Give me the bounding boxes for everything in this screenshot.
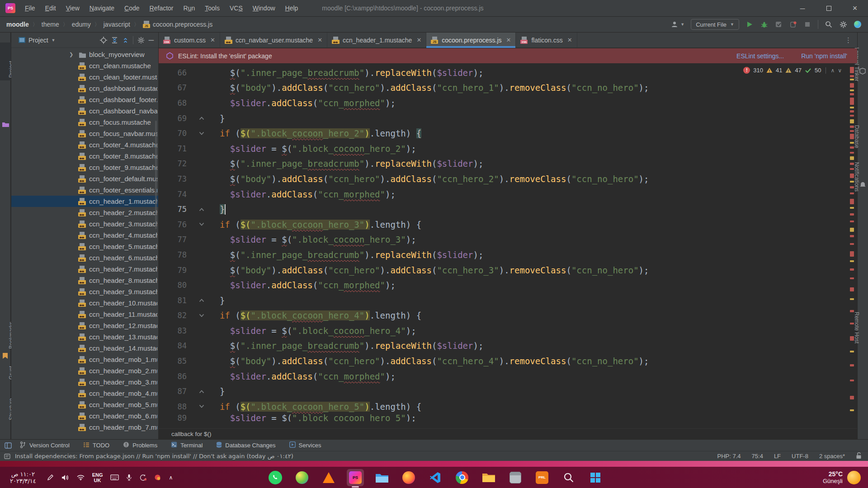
status-php-7-4[interactable]: PHP: 7.4: [717, 453, 741, 460]
tab-close-icon[interactable]: ✕: [506, 37, 511, 43]
weather-widget[interactable]: 25°C Güneşli: [823, 470, 868, 484]
line-number[interactable]: 69: [159, 114, 194, 123]
fold-marker-icon[interactable]: [194, 116, 209, 120]
phpstorm-app-icon[interactable]: PS: [347, 469, 364, 486]
project-folder-icon[interactable]: [2, 121, 9, 127]
error-stripe-scrollbar[interactable]: [849, 66, 855, 423]
line-number[interactable]: 67: [159, 83, 194, 92]
run-button[interactable]: [745, 20, 754, 28]
speaker-icon[interactable]: [61, 474, 69, 481]
fold-marker-icon[interactable]: [194, 298, 209, 302]
menu-edit[interactable]: Edit: [40, 5, 61, 12]
tree-item-ccn_header_5.mustache[interactable]: ccn_header_5.mustache: [11, 241, 158, 252]
start-app-icon[interactable]: [587, 469, 604, 486]
tool-window-button-problems[interactable]: Problems: [123, 441, 157, 449]
tree-item-ccn_clean_footer.mustache[interactable]: ccn_clean_footer.mustache: [11, 71, 158, 83]
tree-item-ccn_dashboard_navbar.mustache[interactable]: ccn_dashboard_navbar.mustache: [11, 105, 158, 117]
firefox-app-icon[interactable]: [400, 469, 417, 486]
coverage-button[interactable]: [774, 20, 783, 28]
minimize-button[interactable]: ─: [789, 0, 816, 17]
tab-close-icon[interactable]: ✕: [210, 37, 215, 43]
run-npm-install-link[interactable]: Run 'npm install': [801, 52, 847, 60]
tab-ccn_header_1.mustache[interactable]: ccn_header_1.mustache✕: [327, 33, 426, 47]
menu-view[interactable]: View: [61, 5, 85, 12]
taskbar-clock[interactable]: ١١:٠٢ ص ٢٠٢٣/٣/١٤: [10, 471, 36, 484]
tool-window-button-version-control[interactable]: Version Control: [20, 441, 70, 450]
line-number[interactable]: 74: [159, 190, 194, 199]
menu-run[interactable]: Run: [179, 5, 200, 12]
line-number[interactable]: 86: [159, 372, 194, 381]
tree-item-ccn_focus_navbar.mustache[interactable]: ccn_focus_navbar.mustache: [11, 128, 158, 139]
tab-ccn_navbar_user.mustache[interactable]: ccn_navbar_user.mustache✕: [220, 33, 327, 47]
vscode-app-icon[interactable]: [427, 469, 444, 486]
stop-button[interactable]: [803, 20, 811, 28]
folder-app-icon[interactable]: [480, 469, 497, 486]
fold-marker-icon[interactable]: [194, 207, 209, 211]
tab-list-icon[interactable]: ⋮: [840, 33, 857, 47]
tab-cocoon.preprocess.js[interactable]: JScocoon.preprocess.js✕: [426, 33, 516, 47]
project-view-dropdown[interactable]: Project ▼: [19, 37, 56, 44]
explorer-app-icon[interactable]: [373, 469, 391, 486]
menu-vcs[interactable]: VCS: [225, 5, 248, 12]
status-utf-8[interactable]: UTF-8: [792, 453, 808, 460]
line-number[interactable]: 80: [159, 281, 194, 290]
fold-marker-icon[interactable]: [194, 314, 209, 318]
touch-keyboard-icon[interactable]: [110, 474, 119, 480]
collapse-all-icon[interactable]: [122, 37, 129, 44]
run-config-selector[interactable]: Current File▼: [691, 19, 739, 30]
prl-app-icon[interactable]: PRL: [533, 469, 551, 486]
sync-icon[interactable]: [139, 474, 146, 481]
profiler-button[interactable]: [789, 20, 797, 28]
line-number[interactable]: 71: [159, 144, 194, 153]
status-75-4[interactable]: 75:4: [752, 453, 763, 460]
tool-window-button-todo[interactable]: TODO: [83, 442, 109, 449]
tree-item-ccn_header_mob_5.mustache[interactable]: ccn_header_mob_5.mustache: [11, 399, 158, 410]
line-number[interactable]: 82: [159, 311, 194, 320]
window-app-icon[interactable]: [507, 469, 524, 486]
notification-dot-icon[interactable]: [154, 474, 161, 481]
eslint-settings-link[interactable]: ESLint settings...: [736, 52, 784, 60]
chrome-app-icon[interactable]: [453, 469, 471, 486]
user-icon[interactable]: [670, 20, 679, 28]
line-number[interactable]: 73: [159, 174, 194, 183]
tree-item-ccn_header_14.mustache[interactable]: ccn_header_14.mustache: [11, 343, 158, 354]
line-number[interactable]: 68: [159, 99, 194, 108]
menu-refactor[interactable]: Refactor: [145, 5, 179, 12]
line-number[interactable]: 79: [159, 266, 194, 275]
line-number[interactable]: 81: [159, 296, 194, 305]
menu-file[interactable]: File: [20, 5, 40, 12]
search-app-icon[interactable]: [560, 469, 577, 486]
tree-item-ccn_header_mob_1.mustache[interactable]: ccn_header_mob_1.mustache: [11, 354, 158, 365]
breadcrumb-edumy[interactable]: edumy: [72, 21, 91, 28]
tree-item-ccn_focus.mustache[interactable]: ccn_focus.mustache: [11, 117, 158, 128]
tree-item-ccn_header_2.mustache[interactable]: ccn_header_2.mustache: [11, 207, 158, 218]
line-number[interactable]: 70: [159, 129, 194, 138]
menu-tools[interactable]: Tools: [200, 5, 225, 12]
tab-close-icon[interactable]: ✕: [567, 37, 572, 43]
line-number[interactable]: 72: [159, 159, 194, 168]
tab-close-icon[interactable]: ✕: [416, 37, 421, 43]
tree-item-ccn_header_mob_6.mustache[interactable]: ccn_header_mob_6.mustache: [11, 410, 158, 422]
tree-item-ccn_header_7.mustache[interactable]: ccn_header_7.mustache: [11, 263, 158, 275]
tree-item-block_myoverview[interactable]: ❯block_myoverview: [11, 49, 158, 60]
gradient-sphere-icon[interactable]: [854, 20, 862, 28]
settings-gear-icon[interactable]: [839, 20, 847, 28]
expand-all-icon[interactable]: [111, 37, 118, 44]
menu-help[interactable]: Help: [280, 5, 303, 12]
line-number[interactable]: 87: [159, 387, 194, 396]
line-number[interactable]: 88: [159, 402, 194, 411]
editor-breadcrumb[interactable]: callback for $(): [159, 428, 857, 439]
whatsapp-app-icon[interactable]: [267, 469, 284, 486]
line-number[interactable]: 66: [159, 68, 194, 77]
tab-close-icon[interactable]: ✕: [317, 37, 322, 43]
hide-panel-icon[interactable]: ─: [149, 36, 154, 44]
tool-window-button-terminal[interactable]: Terminal: [171, 441, 203, 449]
line-number[interactable]: 85: [159, 357, 194, 366]
tree-item-ccn_header_mob_7.mustache[interactable]: ccn_header_mob_7.mustache: [11, 422, 158, 433]
microphone-icon[interactable]: [127, 474, 132, 481]
unlock-icon[interactable]: [856, 452, 862, 460]
status-lf[interactable]: LF: [774, 453, 781, 460]
menu-navigate[interactable]: Navigate: [85, 5, 119, 12]
tree-item-ccn_header_3.mustache[interactable]: ccn_header_3.mustache: [11, 218, 158, 230]
vlc-app-icon[interactable]: [320, 469, 337, 486]
